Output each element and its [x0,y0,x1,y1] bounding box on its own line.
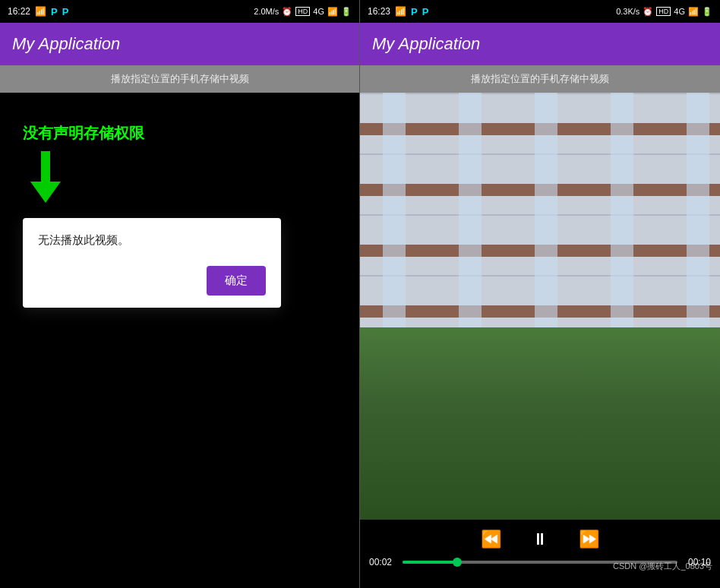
left-content: 没有声明存储权限 无法播放此视频。 确定 [0,93,359,588]
right-phone: 16:23 📶 P P 0.3K/s ⏰ HD 4G 📶 🔋 My Applic… [360,0,720,588]
right-hd-badge: HD [656,7,671,16]
left-status-bar: 16:22 📶 P P 2.0M/s ⏰ HD 4G 📶 🔋 [0,0,359,23]
video-scene [360,93,720,520]
playback-controls-row: ⏪ ⏸ ⏩ [360,530,720,549]
video-content: ⏪ ⏸ ⏩ 00:02 00:10 CSDN @搬砖工人_0803号 [360,93,720,588]
right-battery-icon: 🔋 [702,7,712,17]
right-wifi-icon: 📶 [395,6,406,17]
error-dialog: 无法播放此视频。 确定 [23,218,281,308]
right-app-bar: My Application [360,23,720,65]
left-app-title: My Application [12,34,120,54]
right-signal-4g: 4G [674,7,685,16]
wifi-icon: 📶 [35,6,46,17]
video-controls: ⏪ ⏸ ⏩ 00:02 00:10 CSDN @搬砖工人_0803号 [360,520,720,588]
p-icon-1: P [51,6,58,17]
progress-fill [403,561,457,564]
video-area [360,93,720,520]
p-icon-2: P [62,6,69,17]
left-speed: 2.0M/s [254,7,279,16]
forward-button[interactable]: ⏩ [579,530,599,549]
right-speed: 0.3K/s [616,7,639,16]
signal-bars-icon: 📶 [327,7,338,17]
rewind-button[interactable]: ⏪ [481,530,501,549]
watermark-text: CSDN @搬砖工人_0803号 [613,561,712,572]
left-phone: 16:22 📶 P P 2.0M/s ⏰ HD 4G 📶 🔋 My Applic… [0,0,360,588]
current-time-label: 00:02 [369,557,396,567]
trees [360,327,720,520]
pause-button[interactable]: ⏸ [532,530,548,549]
right-time: 16:23 [368,6,390,17]
watermark-row: CSDN @搬砖工人_0803号 [360,567,720,578]
battery-icon: 🔋 [341,7,352,17]
right-p-icon-2: P [422,6,429,17]
right-signal-bars-icon: 📶 [688,7,699,17]
dialog-buttons: 确定 [38,266,266,296]
right-clock-icon: ⏰ [643,7,653,17]
dialog-ok-button[interactable]: 确定 [207,266,266,296]
hd-badge: HD [295,7,310,16]
signal-4g: 4G [313,7,324,16]
left-subtitle-text: 播放指定位置的手机存储中视频 [111,72,249,86]
arrow-down-indicator [30,151,61,203]
progress-thumb[interactable] [453,558,462,567]
left-time: 16:22 [8,6,30,17]
arrow-shaft [41,151,50,182]
right-p-icon-1: P [411,6,418,17]
clock-icon: ⏰ [282,7,292,17]
no-permission-label: 没有声明存储权限 [23,123,144,144]
left-app-bar: My Application [0,23,359,65]
dialog-message: 无法播放此视频。 [38,233,266,248]
right-subtitle-bar: 播放指定位置的手机存储中视频 [360,65,720,93]
right-app-title: My Application [372,34,480,54]
building-windows [360,93,720,349]
right-subtitle-text: 播放指定位置的手机存储中视频 [471,72,609,86]
left-subtitle-bar: 播放指定位置的手机存储中视频 [0,65,359,93]
arrow-head [30,182,61,203]
right-status-bar: 16:23 📶 P P 0.3K/s ⏰ HD 4G 📶 🔋 [360,0,720,23]
